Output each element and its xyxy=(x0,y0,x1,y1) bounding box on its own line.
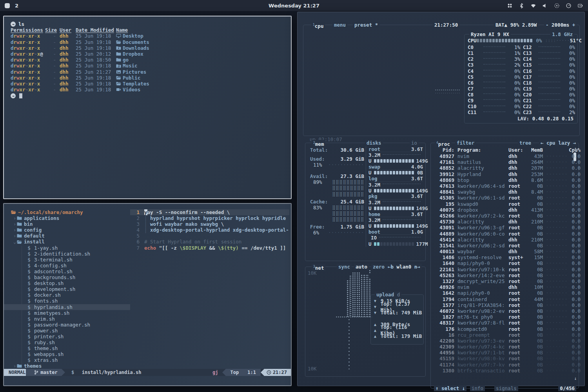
preset-button[interactable]: preset * xyxy=(353,22,379,28)
editor-buffer[interactable]: 1yay -S --noconfirm --needed \2│ hyprlan… xyxy=(130,209,289,251)
tree-item-themes[interactable]: ›themes xyxy=(4,363,130,369)
proc-box-title[interactable]: 4proc xyxy=(435,140,452,147)
gauge-icon[interactable] xyxy=(566,3,572,9)
proc-row[interactable]: 16rcu_preemptroot0B········0.0 xyxy=(434,332,569,338)
tree-item-install[interactable]: ⌄install xyxy=(4,239,130,245)
tree-item-power-sh[interactable]: $power.sh xyxy=(4,328,130,334)
record-icon[interactable] xyxy=(554,3,560,9)
scroll-down-arrow[interactable]: ↓ xyxy=(574,376,577,381)
tree-item-bin[interactable]: ›bin xyxy=(4,221,130,227)
workspace-indicator[interactable]: 2 xyxy=(15,3,18,9)
volume-icon[interactable] xyxy=(542,3,548,9)
net-sync-tab[interactable]: sync xyxy=(337,264,352,270)
proc-row[interactable]: 48317kworker/u97:8-flroot0B········0.0 xyxy=(434,320,569,326)
prompt-line[interactable]: → xyxy=(11,93,285,98)
cpu-box-title[interactable]: 1cpu xyxy=(311,22,325,29)
proc-row[interactable]: 176kcompactd0root0B········0.0 xyxy=(434,326,569,332)
proc-row[interactable]: 1642napi/phy0-0root0B········0.0 xyxy=(434,290,569,296)
tree-item-theme-sh[interactable]: $theme.sh xyxy=(4,345,130,351)
terminal-window[interactable]: → ls Permissions Size User Date Modified… xyxy=(3,16,292,199)
tree-item-fonts-sh[interactable]: $fonts.sh xyxy=(4,298,130,304)
proc-row[interactable]: 47613kworker/u96:4-sdroot0B········0.0 xyxy=(434,183,569,189)
proc-row[interactable]: 22161kworker/u97:10-kroot0B········0.0 xyxy=(434,267,569,272)
app-menu-icon[interactable] xyxy=(5,3,10,8)
filter-button[interactable]: filter xyxy=(455,140,476,146)
net-zero-tab[interactable]: zero xyxy=(371,264,386,270)
tree-item-backgrounds-sh[interactable]: $backgrounds.sh xyxy=(4,274,130,280)
wifi-icon[interactable] xyxy=(530,3,536,9)
proc-row[interactable]: 41174kworker/u97:7-kvroot0B········0.0 xyxy=(434,362,569,368)
tree-item-xtras-sh[interactable]: $xtras.sh xyxy=(4,357,130,363)
sort-selector[interactable]: ← cpu lazy → xyxy=(539,140,577,146)
proc-row[interactable]: 45305kworker/u96:1-sdroot0B········0.0 xyxy=(434,195,569,201)
proc-row[interactable]: 195kswapd0root0B········0.0 xyxy=(434,201,569,207)
bluetooth-icon[interactable] xyxy=(519,3,524,9)
proc-row[interactable]: 42208kworker/u97:3-evroot0B········0.0 xyxy=(434,338,569,344)
next-interface-button[interactable]: n→ xyxy=(414,264,420,270)
disks-io-tab[interactable]: io xyxy=(410,140,419,146)
proc-row[interactable]: 45263kworker/14:2-everoot0B········0.0 xyxy=(434,272,569,278)
proc-row[interactable]: 45266kworker/u97:2-kcroot0B········0.0 xyxy=(434,213,569,219)
tree-item-printer-sh[interactable]: $printer.sh xyxy=(4,334,130,339)
interval-plus-button[interactable]: + xyxy=(572,22,575,28)
interval-minus-button[interactable]: - xyxy=(546,22,549,28)
proc-row[interactable]: 48927nvimdhh43M········0.0 xyxy=(434,153,569,159)
proc-row[interactable]: 40075dropboxdhh413M········0.0 xyxy=(434,207,569,213)
prev-interface-button[interactable]: ←b xyxy=(388,264,394,270)
tree-item-desktop-sh[interactable]: $desktop.sh xyxy=(4,280,130,286)
proc-row[interactable]: 39912Hyprlanddhh253M········0.0 xyxy=(434,171,569,177)
proc-row[interactable]: 1794containerdroot44M········0.0 xyxy=(434,296,569,302)
tree-item-2-identification-sh[interactable]: $2-identification.sh xyxy=(4,251,130,257)
proc-row[interactable]: 48926nvimdhh10M········0.0 xyxy=(434,284,569,290)
menu-button[interactable]: menu xyxy=(332,22,347,28)
proc-row[interactable]: 1327dmcrypt_write/25root0B········0.0 xyxy=(434,278,569,284)
net-auto-tab[interactable]: auto xyxy=(354,264,369,270)
proc-footer-signals[interactable]: signals xyxy=(494,385,518,391)
proc-row[interactable]: 46072kworker/u98:2-evroot0B········0.0 xyxy=(434,308,569,314)
btop-window[interactable]: 1cpu menu preset * 21:27:50 BAT▲ 98% 2.8… xyxy=(297,12,585,386)
scroll-up-arrow[interactable]: ↑ xyxy=(574,146,577,151)
nvim-window[interactable]: ~/.local/share/omarchy›applications›bin›… xyxy=(3,203,292,386)
proc-row[interactable]: 42309kworker/u97:4-kcroot0B········0.0 xyxy=(434,344,569,350)
proc-row[interactable]: 31541kworker/u96:2-sdroot0B········0.0 xyxy=(434,243,569,249)
tree-item-config[interactable]: ›config xyxy=(4,227,130,233)
proc-row[interactable]: 45730alacrittydhh210M········0.0 xyxy=(434,219,569,225)
proc-row[interactable]: 47161nautilusdhh264M········0.0 xyxy=(434,159,569,165)
proc-row[interactable]: 1486systemd-resolvesyst+15M········0.0 xyxy=(434,254,569,260)
proc-footer-info[interactable]: info xyxy=(470,385,485,391)
proc-row[interactable]: 1577irq/81-PIXA3854:root0B········0.0 xyxy=(434,302,569,308)
disks-title[interactable]: disks xyxy=(365,140,383,146)
tree-item-adscontrol-sh[interactable]: $adscontrol.sh xyxy=(4,269,130,274)
tree-item-hyprlandia-sh[interactable]: $hyprlandia.sh xyxy=(4,304,130,310)
tree-item-1-yay-sh[interactable]: $1-yay.sh xyxy=(4,245,130,251)
tree-item-development-sh[interactable]: $development.sh xyxy=(4,286,130,292)
tree-item-nvim-sh[interactable]: $nvim.sh xyxy=(4,316,130,322)
proc-footer-select[interactable]: ↑ select ↓ xyxy=(434,385,466,391)
proc-row[interactable]: 48869btopdhh8.6M········0.0 xyxy=(434,177,569,183)
proc-row[interactable]: 44956kworker/u97:1-btroot0B········0.0 xyxy=(434,350,569,356)
proc-row[interactable]: 43091kworker/u96:3-gfroot0B········0.0 xyxy=(434,225,569,230)
battery-icon[interactable] xyxy=(577,3,583,9)
proc-row[interactable]: 1380btrfs-transactioroot0B········0.0 xyxy=(434,368,569,374)
updates-icon[interactable] xyxy=(507,3,513,9)
proc-row[interactable]: 1640napi/phy0-0root0B········0.0 xyxy=(434,260,569,266)
tree-item-webapps-sh[interactable]: $webapps.sh xyxy=(4,351,130,357)
tree-item-applications[interactable]: ›applications xyxy=(4,215,130,221)
tree-item-docker-sh[interactable]: $docker.sh xyxy=(4,292,130,298)
proc-row[interactable]: 45159kworker/u98:0-kvroot0B········0.0 xyxy=(434,356,569,361)
tree-item-ruby-sh[interactable]: $ruby.sh xyxy=(4,339,130,345)
tree-tab[interactable]: tree xyxy=(518,140,533,146)
tree-item-mimetypes-sh[interactable]: $mimetypes.sh xyxy=(4,310,130,316)
proc-row[interactable]: 40013waybardhh58M········0.0 xyxy=(434,249,569,254)
mem-box-title[interactable]: 2mem xyxy=(312,140,325,147)
tree-item--local-share-omarchy[interactable]: ~/.local/share/omarchy xyxy=(4,209,130,215)
tree-item-password-manager-sh[interactable]: $password-manager.sh xyxy=(4,322,130,328)
proc-row[interactable]: 44889kworker/u96:0-coroot0B········0.0 xyxy=(434,230,569,236)
tree-item-3-terminal-sh[interactable]: $3-terminal.sh xyxy=(4,257,130,263)
proc-row[interactable]: 1827mt76-tx phy0root0B········0.0 xyxy=(434,314,569,320)
proc-row[interactable]: 45414alacrittydhh210M········0.0 xyxy=(434,237,569,243)
proc-row[interactable]: 48852alacrittydhh207M········0.0 xyxy=(434,165,569,171)
tree-item-default[interactable]: ›default xyxy=(4,233,130,239)
proc-row[interactable]: 48841swaybgdhh8.4M········0.0 xyxy=(434,189,569,195)
tree-item-4-config-sh[interactable]: $4-config.sh xyxy=(4,263,130,269)
